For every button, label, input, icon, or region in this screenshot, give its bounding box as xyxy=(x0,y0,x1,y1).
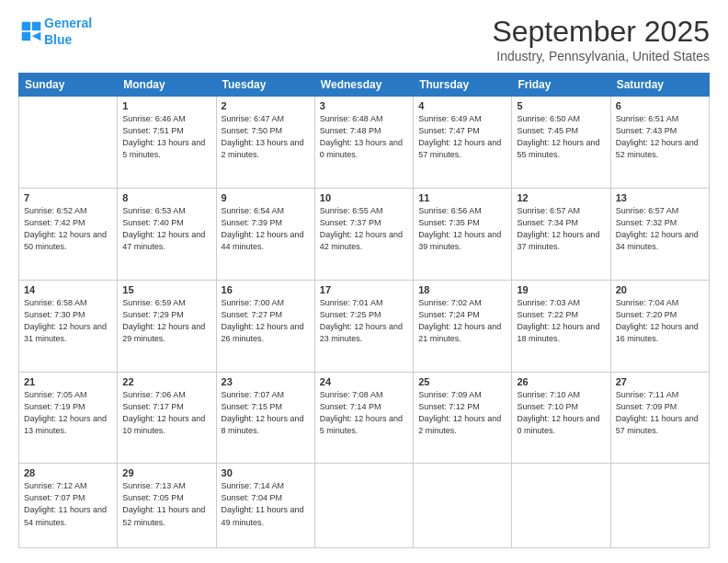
calendar-cell: 19Sunrise: 7:03 AMSunset: 7:22 PMDayligh… xyxy=(512,280,610,372)
day-number: 12 xyxy=(517,192,605,203)
day-detail: Sunrise: 6:59 AMSunset: 7:29 PMDaylight:… xyxy=(122,297,210,345)
location: Industry, Pennsylvania, United States xyxy=(492,49,710,63)
day-number: 21 xyxy=(24,376,112,387)
day-detail: Sunrise: 7:12 AMSunset: 7:07 PMDaylight:… xyxy=(24,480,112,528)
day-number: 28 xyxy=(24,467,112,478)
title-block: September 2025 Industry, Pennsylvania, U… xyxy=(492,15,710,63)
day-detail: Sunrise: 7:06 AMSunset: 7:17 PMDaylight:… xyxy=(122,389,210,437)
calendar-cell: 22Sunrise: 7:06 AMSunset: 7:17 PMDayligh… xyxy=(118,372,216,464)
logo-text: General Blue xyxy=(44,15,92,48)
day-number: 11 xyxy=(418,192,506,203)
weekday-header: Tuesday xyxy=(216,74,314,97)
day-detail: Sunrise: 6:52 AMSunset: 7:42 PMDaylight:… xyxy=(24,205,112,253)
weekday-header: Wednesday xyxy=(314,74,413,97)
calendar-cell xyxy=(314,464,413,548)
calendar-cell: 29Sunrise: 7:13 AMSunset: 7:05 PMDayligh… xyxy=(118,464,216,548)
day-detail: Sunrise: 6:53 AMSunset: 7:40 PMDaylight:… xyxy=(122,205,210,253)
day-number: 27 xyxy=(616,376,704,387)
day-detail: Sunrise: 6:57 AMSunset: 7:34 PMDaylight:… xyxy=(517,205,605,253)
day-detail: Sunrise: 6:46 AMSunset: 7:51 PMDaylight:… xyxy=(122,113,210,161)
page: General Blue September 2025 Industry, Pe… xyxy=(0,0,728,563)
calendar-cell: 8Sunrise: 6:53 AMSunset: 7:40 PMDaylight… xyxy=(118,188,216,280)
day-number: 14 xyxy=(24,284,112,295)
day-detail: Sunrise: 7:03 AMSunset: 7:22 PMDaylight:… xyxy=(517,297,605,345)
calendar-cell: 24Sunrise: 7:08 AMSunset: 7:14 PMDayligh… xyxy=(314,372,413,464)
calendar-cell: 17Sunrise: 7:01 AMSunset: 7:25 PMDayligh… xyxy=(314,280,413,372)
calendar-cell: 7Sunrise: 6:52 AMSunset: 7:42 PMDaylight… xyxy=(19,188,118,280)
calendar-cell: 26Sunrise: 7:10 AMSunset: 7:10 PMDayligh… xyxy=(512,372,610,464)
day-number: 9 xyxy=(222,192,310,203)
day-detail: Sunrise: 6:55 AMSunset: 7:37 PMDaylight:… xyxy=(320,205,408,253)
day-number: 25 xyxy=(418,376,506,387)
calendar-cell: 23Sunrise: 7:07 AMSunset: 7:15 PMDayligh… xyxy=(216,372,314,464)
day-detail: Sunrise: 7:07 AMSunset: 7:15 PMDaylight:… xyxy=(222,389,310,437)
day-detail: Sunrise: 6:47 AMSunset: 7:50 PMDaylight:… xyxy=(222,113,310,161)
logo: General Blue xyxy=(18,15,92,48)
day-number: 30 xyxy=(222,467,310,478)
logo-icon xyxy=(20,20,42,42)
calendar-cell: 18Sunrise: 7:02 AMSunset: 7:24 PMDayligh… xyxy=(414,280,512,372)
day-detail: Sunrise: 7:09 AMSunset: 7:12 PMDaylight:… xyxy=(418,389,506,437)
calendar-cell xyxy=(414,464,512,548)
day-number: 20 xyxy=(616,284,704,295)
svg-rect-2 xyxy=(22,32,30,40)
calendar-cell: 15Sunrise: 6:59 AMSunset: 7:29 PMDayligh… xyxy=(118,280,216,372)
calendar-cell xyxy=(19,97,118,189)
month-title: September 2025 xyxy=(492,15,710,49)
calendar-cell: 5Sunrise: 6:50 AMSunset: 7:45 PMDaylight… xyxy=(512,97,610,189)
day-number: 7 xyxy=(24,192,112,203)
day-detail: Sunrise: 7:11 AMSunset: 7:09 PMDaylight:… xyxy=(616,389,704,437)
day-detail: Sunrise: 6:56 AMSunset: 7:35 PMDaylight:… xyxy=(418,205,506,253)
day-detail: Sunrise: 6:51 AMSunset: 7:43 PMDaylight:… xyxy=(616,113,704,161)
day-number: 4 xyxy=(418,100,506,111)
calendar-cell: 21Sunrise: 7:05 AMSunset: 7:19 PMDayligh… xyxy=(19,372,118,464)
svg-rect-0 xyxy=(22,22,30,30)
day-number: 18 xyxy=(418,284,506,295)
day-detail: Sunrise: 7:08 AMSunset: 7:14 PMDaylight:… xyxy=(320,389,408,437)
day-detail: Sunrise: 7:14 AMSunset: 7:04 PMDaylight:… xyxy=(222,480,310,528)
calendar-cell: 10Sunrise: 6:55 AMSunset: 7:37 PMDayligh… xyxy=(314,188,413,280)
day-number: 29 xyxy=(122,467,210,478)
calendar-cell: 4Sunrise: 6:49 AMSunset: 7:47 PMDaylight… xyxy=(414,97,512,189)
day-number: 5 xyxy=(517,100,605,111)
day-number: 16 xyxy=(222,284,310,295)
day-detail: Sunrise: 6:48 AMSunset: 7:48 PMDaylight:… xyxy=(320,113,408,161)
weekday-header: Friday xyxy=(512,74,610,97)
day-number: 15 xyxy=(122,284,210,295)
day-detail: Sunrise: 7:05 AMSunset: 7:19 PMDaylight:… xyxy=(24,389,112,437)
calendar-cell: 6Sunrise: 6:51 AMSunset: 7:43 PMDaylight… xyxy=(610,97,709,189)
calendar-cell: 27Sunrise: 7:11 AMSunset: 7:09 PMDayligh… xyxy=(610,372,709,464)
day-detail: Sunrise: 7:00 AMSunset: 7:27 PMDaylight:… xyxy=(222,297,310,345)
day-detail: Sunrise: 6:54 AMSunset: 7:39 PMDaylight:… xyxy=(222,205,310,253)
svg-rect-1 xyxy=(32,22,40,30)
calendar-cell: 30Sunrise: 7:14 AMSunset: 7:04 PMDayligh… xyxy=(216,464,314,548)
calendar-cell xyxy=(610,464,709,548)
day-number: 10 xyxy=(320,192,408,203)
calendar-cell: 13Sunrise: 6:57 AMSunset: 7:32 PMDayligh… xyxy=(610,188,709,280)
day-detail: Sunrise: 6:58 AMSunset: 7:30 PMDaylight:… xyxy=(24,297,112,345)
day-detail: Sunrise: 7:10 AMSunset: 7:10 PMDaylight:… xyxy=(517,389,605,437)
calendar-table: SundayMondayTuesdayWednesdayThursdayFrid… xyxy=(18,73,710,548)
calendar-cell: 12Sunrise: 6:57 AMSunset: 7:34 PMDayligh… xyxy=(512,188,610,280)
day-number: 13 xyxy=(616,192,704,203)
day-detail: Sunrise: 7:01 AMSunset: 7:25 PMDaylight:… xyxy=(320,297,408,345)
svg-marker-3 xyxy=(32,32,40,40)
weekday-header: Saturday xyxy=(610,74,709,97)
weekday-header: Thursday xyxy=(414,74,512,97)
calendar-cell: 14Sunrise: 6:58 AMSunset: 7:30 PMDayligh… xyxy=(19,280,118,372)
day-detail: Sunrise: 7:13 AMSunset: 7:05 PMDaylight:… xyxy=(122,480,210,528)
day-number: 1 xyxy=(122,100,210,111)
day-number: 17 xyxy=(320,284,408,295)
day-detail: Sunrise: 6:49 AMSunset: 7:47 PMDaylight:… xyxy=(418,113,506,161)
day-number: 24 xyxy=(320,376,408,387)
day-number: 23 xyxy=(222,376,310,387)
header: General Blue September 2025 Industry, Pe… xyxy=(18,15,710,63)
day-detail: Sunrise: 7:02 AMSunset: 7:24 PMDaylight:… xyxy=(418,297,506,345)
day-number: 2 xyxy=(222,100,310,111)
day-number: 8 xyxy=(122,192,210,203)
calendar-cell: 25Sunrise: 7:09 AMSunset: 7:12 PMDayligh… xyxy=(414,372,512,464)
day-detail: Sunrise: 6:57 AMSunset: 7:32 PMDaylight:… xyxy=(616,205,704,253)
calendar-cell: 28Sunrise: 7:12 AMSunset: 7:07 PMDayligh… xyxy=(19,464,118,548)
day-number: 19 xyxy=(517,284,605,295)
day-detail: Sunrise: 7:04 AMSunset: 7:20 PMDaylight:… xyxy=(616,297,704,345)
